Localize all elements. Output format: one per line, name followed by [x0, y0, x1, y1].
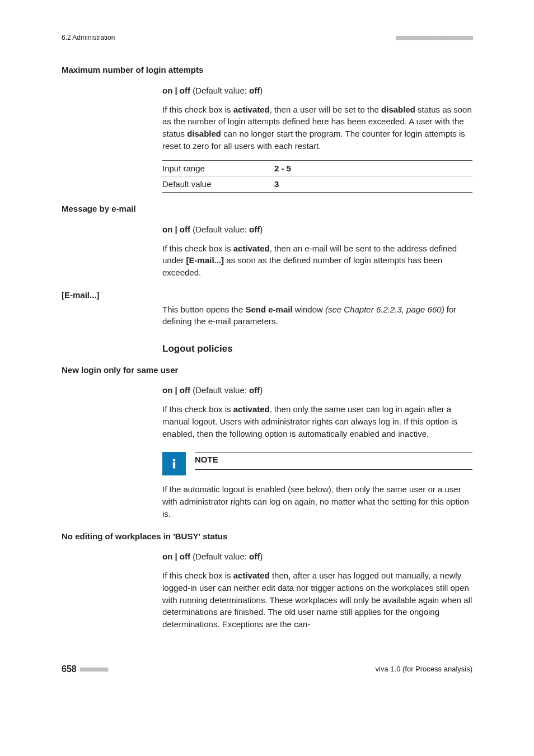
running-head-dots: ■■■■■■■■■■■■■■■■■■■■■■ — [396, 34, 472, 41]
body-no-editing-busy: on | off (Default value: off) If this ch… — [162, 550, 472, 631]
running-head: 6.2 Administration ■■■■■■■■■■■■■■■■■■■■■… — [62, 34, 472, 41]
t: If this check box is — [162, 404, 233, 414]
cell-value: 3 — [274, 178, 279, 190]
note-title-wrap: NOTE — [195, 452, 472, 475]
t-bold: activated — [233, 244, 270, 253]
onoff-open: (Default value: — [190, 86, 249, 95]
footer-left: 658 ■■■■■■■■ — [62, 664, 108, 674]
entry-new-login-same-user: New login only for same user on | off (D… — [62, 364, 472, 520]
entry-no-editing-busy: No editing of workplaces in 'BUSY' statu… — [62, 530, 472, 631]
t: If this check box is — [162, 244, 233, 253]
para-email-button: This button opens the Send e-mail window… — [162, 304, 472, 328]
footer-dots: ■■■■■■■■ — [80, 665, 108, 673]
cell-label: Default value — [162, 178, 274, 190]
table-row: Default value 3 — [162, 176, 472, 192]
onoff-default: off — [249, 385, 260, 395]
cell-value: 2 - 5 — [274, 162, 291, 175]
onoff-value: on | off — [162, 552, 190, 561]
onoff-value: on | off — [162, 385, 190, 395]
table-max-login: Input range 2 - 5 Default value 3 — [162, 160, 472, 193]
para-max-login: If this check box is activated, then a u… — [162, 104, 472, 152]
term-max-login-attempts: Maximum number of login attempts — [62, 64, 472, 76]
para-no-edit: If this check box is activated then, aft… — [162, 570, 472, 631]
t: window — [293, 305, 325, 314]
onoff-close: ) — [260, 385, 263, 395]
note-title: NOTE — [195, 452, 472, 470]
onoff-value: on | off — [162, 86, 190, 95]
entry-message-by-email: Message by e-mail on | off (Default valu… — [62, 203, 472, 279]
t-italic: (see Chapter 6.2.2.3, page 660) — [325, 305, 444, 314]
note-head: NOTE — [162, 452, 472, 475]
onoff-close: ) — [260, 225, 263, 234]
onoff-msg-email: on | off (Default value: off) — [162, 223, 472, 236]
t-bold: disabled — [381, 105, 415, 114]
page: 6.2 Administration ■■■■■■■■■■■■■■■■■■■■■… — [0, 0, 534, 697]
onoff-new-login: on | off (Default value: off) — [162, 384, 472, 396]
term-no-editing-busy: No editing of workplaces in 'BUSY' statu… — [62, 530, 472, 543]
section-logout-policies: Logout policies — [162, 342, 472, 356]
t-bold: Send e-mail — [245, 305, 292, 314]
entry-max-login-attempts: Maximum number of login attempts on | of… — [62, 64, 472, 193]
para-new-login: If this check box is activated, then onl… — [162, 403, 472, 440]
svg-point-0 — [173, 459, 176, 462]
footer-product: viva 1.0 (for Process analysis) — [376, 665, 472, 673]
onoff-open: (Default value: — [190, 385, 249, 395]
onoff-default: off — [249, 225, 260, 234]
svg-rect-1 — [173, 463, 175, 469]
t-bold: activated — [233, 105, 270, 114]
onoff-default: off — [249, 552, 260, 561]
para-msg-email: If this check box is activated, then an … — [162, 242, 472, 279]
info-icon — [162, 452, 186, 475]
t: , then a user will be set to the — [270, 105, 381, 114]
entry-email-button: [E-mail...] This button opens the Send e… — [62, 289, 472, 328]
footer: 658 ■■■■■■■■ viva 1.0 (for Process analy… — [62, 664, 472, 674]
running-head-section: 6.2 Administration — [62, 34, 115, 41]
onoff-default: off — [249, 86, 260, 95]
t-bold: activated — [233, 571, 270, 580]
t-bold: activated — [233, 404, 270, 414]
content: Maximum number of login attempts on | of… — [62, 64, 472, 631]
body-new-login-same-user: on | off (Default value: off) If this ch… — [162, 384, 472, 520]
page-number: 658 — [62, 664, 77, 674]
body-message-by-email: on | off (Default value: off) If this ch… — [162, 223, 472, 279]
term-message-by-email: Message by e-mail — [62, 203, 472, 215]
section-logout-policies-wrap: Logout policies — [162, 342, 472, 356]
onoff-close: ) — [260, 552, 263, 561]
t: This button opens the — [162, 305, 245, 314]
body-email-button: This button opens the Send e-mail window… — [162, 304, 472, 328]
onoff-no-edit: on | off (Default value: off) — [162, 550, 472, 563]
cell-label: Input range — [162, 162, 274, 175]
table-row: Input range 2 - 5 — [162, 161, 472, 176]
onoff-value: on | off — [162, 225, 190, 234]
onoff-open: (Default value: — [190, 225, 249, 234]
onoff-max-login: on | off (Default value: off) — [162, 85, 472, 97]
term-email-button: [E-mail...] — [62, 289, 472, 301]
onoff-close: ) — [260, 86, 263, 95]
t: If this check box is — [162, 571, 233, 580]
t-bold: [E-mail...] — [186, 255, 224, 265]
body-max-login-attempts: on | off (Default value: off) If this ch… — [162, 85, 472, 193]
onoff-open: (Default value: — [190, 552, 249, 561]
term-new-login-same-user: New login only for same user — [62, 364, 472, 376]
t: If this check box is — [162, 105, 233, 114]
t-bold: disabled — [187, 129, 221, 138]
note-body: If the automatic logout is enabled (see … — [162, 483, 472, 520]
note-box: NOTE If the automatic logout is enabled … — [162, 452, 472, 520]
